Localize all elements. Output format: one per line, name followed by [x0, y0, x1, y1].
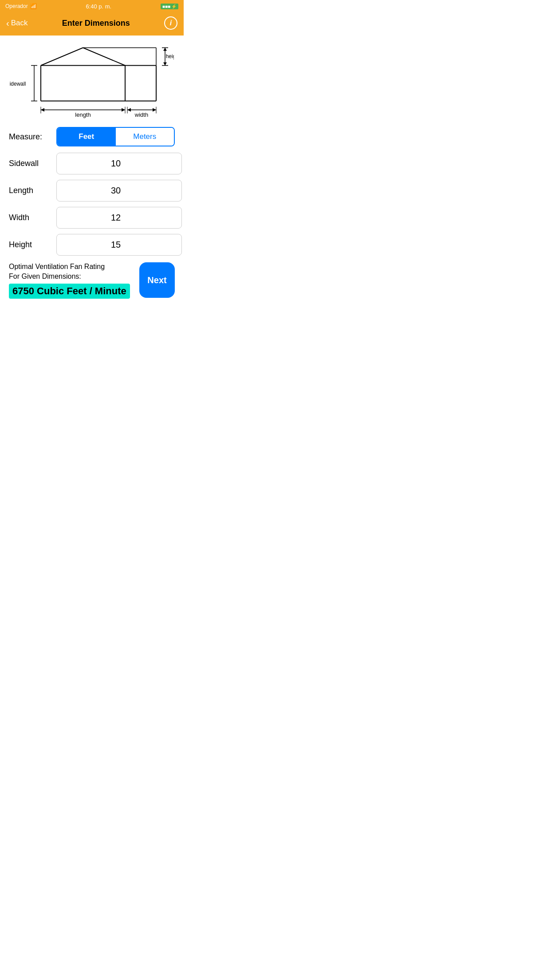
length-row: Length — [9, 180, 175, 202]
svg-marker-17 — [163, 63, 167, 66]
status-left: Operador 📶 — [5, 3, 37, 9]
svg-marker-25 — [153, 108, 156, 112]
page-title: Enter Dimensions — [62, 19, 130, 28]
main-content: sidewall — [0, 36, 184, 308]
measure-label: Measure: — [9, 132, 51, 142]
svg-marker-16 — [163, 48, 167, 51]
back-label: Back — [11, 19, 28, 28]
sidewall-label: sidewall — [10, 81, 26, 87]
width-diagram-label: width — [134, 111, 148, 118]
sidewall-row: Sidewall — [9, 153, 175, 174]
carrier-label: Operador — [5, 3, 28, 9]
height-label: Height — [9, 240, 51, 249]
result-section: Optimal Ventilation Fan Rating For Given… — [9, 262, 175, 299]
result-description: Optimal Ventilation Fan Rating For Given… — [9, 262, 133, 282]
sidewall-label: Sidewall — [9, 159, 51, 168]
width-label: Width — [9, 213, 51, 222]
height-diagram-label: height — [166, 53, 174, 59]
status-bar: Operador 📶 6:40 p. m. ■■■⚡ — [0, 0, 184, 12]
height-row: Height — [9, 234, 175, 256]
length-diagram-label: length — [75, 111, 91, 118]
measure-row: Measure: Feet Meters — [9, 127, 175, 146]
info-button[interactable]: i — [164, 16, 177, 30]
height-input[interactable] — [56, 234, 182, 256]
next-button[interactable]: Next — [139, 262, 175, 298]
feet-option[interactable]: Feet — [57, 128, 116, 146]
svg-line-9 — [41, 48, 83, 66]
svg-marker-20 — [122, 108, 125, 112]
svg-line-10 — [83, 48, 125, 66]
battery-icon: ■■■⚡ — [161, 4, 178, 9]
width-input[interactable] — [56, 207, 182, 229]
result-text-block: Optimal Ventilation Fan Rating For Given… — [9, 262, 133, 299]
sidewall-input[interactable] — [56, 153, 182, 174]
length-label: Length — [9, 186, 51, 195]
back-chevron-icon: ‹ — [6, 18, 9, 28]
svg-marker-24 — [127, 108, 131, 112]
back-button[interactable]: ‹ Back — [6, 18, 28, 28]
status-right: ■■■⚡ — [161, 4, 178, 9]
info-icon: i — [170, 19, 172, 27]
width-row: Width — [9, 207, 175, 229]
measure-toggle[interactable]: Feet Meters — [56, 127, 175, 146]
svg-marker-19 — [41, 108, 44, 112]
meters-option[interactable]: Meters — [116, 128, 174, 146]
nav-bar: ‹ Back Enter Dimensions i — [0, 12, 184, 36]
wifi-icon: 📶 — [30, 3, 37, 9]
result-value: 6750 Cubic Feet / Minute — [9, 284, 130, 299]
length-input[interactable] — [56, 180, 182, 202]
building-diagram: sidewall — [9, 40, 175, 120]
status-time: 6:40 p. m. — [86, 3, 111, 10]
